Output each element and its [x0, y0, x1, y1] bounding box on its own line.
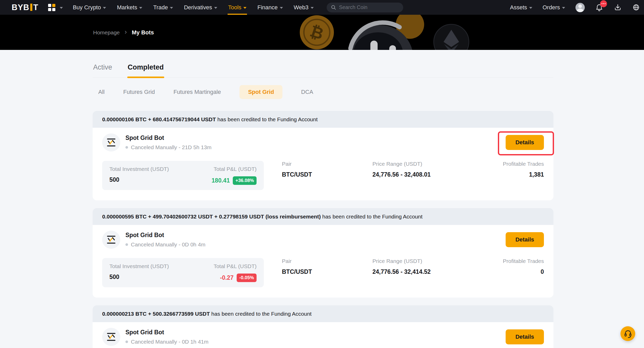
bot-type-filter[interactable]: DCA — [301, 89, 313, 95]
investment-value: 500 — [109, 274, 169, 281]
bot-type-filter-label: Futures Grid — [123, 89, 155, 95]
bot-header-row: Spot Grid Bot Canceled Manually - 21D 5h… — [93, 128, 553, 152]
credit-banner-amount: 0.000000595 BTC + 499.70402600732 USDT +… — [102, 214, 321, 220]
pair-label: Pair — [282, 258, 372, 264]
nav-menu-item[interactable]: Web3 — [293, 0, 314, 15]
credit-banner-text: has been credited to the Funding Account — [210, 311, 311, 317]
chevron-right-icon: › — [125, 28, 127, 36]
credit-banner: 0.000000595 BTC + 499.70402600732 USDT +… — [93, 208, 553, 225]
nav-dropdown-label: Assets — [510, 4, 527, 11]
breadcrumb-current: My Bots — [132, 29, 154, 36]
bot-stats-row: Total Investment (USDT) 500 Total P&L (U… — [93, 152, 553, 200]
bot-stats-row — [93, 346, 553, 348]
search-box[interactable] — [327, 3, 403, 12]
bot-type-filter-label: Spot Grid — [248, 89, 274, 95]
bot-status-text: Canceled Manually - 0D 0h 4m — [131, 241, 205, 248]
credit-banner-text: has been credited to the Funding Account — [321, 214, 422, 220]
logo-text-post: T — [33, 3, 38, 12]
headset-icon — [624, 329, 632, 338]
status-tab[interactable]: Completed — [127, 63, 164, 77]
nav-menu-item[interactable]: Derivatives — [183, 0, 218, 15]
price-range-label: Price Range (USDT) — [372, 161, 431, 167]
notifications-button[interactable] — [595, 3, 603, 12]
bot-header-row: Spot Grid Bot Canceled Manually - 0D 0h … — [93, 225, 553, 249]
nav-dropdown-label: Orders — [543, 4, 560, 11]
nav-menu-item-label: Derivatives — [184, 4, 212, 11]
grid-bot-chart-icon — [102, 133, 120, 152]
hero-robot-graphic: ₿ — [259, 15, 486, 50]
nav-menu: Buy Crypto Markets Trade Derivatives — [72, 0, 324, 15]
bot-stats-row: Total Investment (USDT) 500 Total P&L (U… — [93, 249, 553, 298]
profitable-trades-value: 0 — [431, 268, 544, 275]
bot-type-filter[interactable]: Futures Martingale — [174, 89, 221, 95]
nav-dropdown-menu[interactable]: Orders — [543, 4, 565, 11]
breadcrumb-homepage-link[interactable]: Homepage — [93, 29, 120, 35]
notification-badge — [600, 0, 607, 7]
bot-name: Spot Grid Bot — [125, 329, 208, 336]
bot-status: Canceled Manually - 21D 5h 13m — [125, 144, 212, 150]
chevron-down-icon — [562, 7, 565, 9]
nav-menu-item[interactable]: Trade — [153, 0, 174, 15]
bot-type-filter-label: All — [98, 89, 104, 95]
investment-value: 500 — [109, 176, 169, 183]
nav-menu-item[interactable]: Markets — [116, 0, 143, 15]
profitable-trades-label: Profitable Trades — [431, 161, 544, 167]
investment-label: Total Investment (USDT) — [109, 263, 169, 269]
credit-banner-amount: 0.000000106 BTC + 680.414756719044 USDT — [102, 116, 216, 123]
chevron-down-icon — [139, 7, 142, 9]
bot-type-filter[interactable]: Futures Grid — [123, 89, 155, 95]
details-button[interactable]: Details — [506, 135, 544, 150]
nav-menu-item[interactable]: Finance — [257, 0, 283, 15]
details-button[interactable]: Details — [506, 329, 544, 344]
investment-label: Total Investment (USDT) — [109, 166, 169, 172]
search-input[interactable] — [339, 4, 399, 10]
bybit-logo[interactable]: BYBT — [12, 3, 38, 12]
details-button[interactable]: Details — [506, 232, 544, 247]
pnl-value: -0.27 — [220, 274, 234, 281]
pnl-percent-badge: -0.05% — [237, 274, 257, 282]
user-avatar[interactable] — [575, 3, 585, 12]
nav-menu-item-label: Tools — [228, 4, 241, 11]
status-tab[interactable]: Active — [93, 63, 113, 77]
price-range-label: Price Range (USDT) — [372, 258, 431, 264]
bot-type-filters: All Futures Grid Futures Martingale Spot… — [98, 85, 553, 99]
hero-banner: ₿ Homepage › — [0, 15, 644, 50]
nav-menu-item[interactable]: Tools — [228, 0, 247, 15]
chevron-down-icon — [60, 7, 63, 9]
price-range-value: 24,776.56 - 32,408.01 — [372, 171, 431, 178]
pnl-value: 180.41 — [212, 177, 230, 184]
nav-menu-item-label: Finance — [257, 4, 278, 11]
profitable-trades-value: 1,381 — [431, 171, 544, 178]
pnl-label: Total P&L (USDT) — [214, 263, 257, 269]
bot-name: Spot Grid Bot — [125, 232, 205, 239]
status-tabs: Active Completed — [93, 63, 553, 78]
bot-status-text: Canceled Manually - 0D 1h 41m — [131, 339, 208, 345]
credit-banner: 0.000000106 BTC + 680.414756719044 USDT … — [93, 111, 553, 128]
pnl-percent-badge: +36.08% — [233, 176, 257, 185]
main-content: Active Completed All Futures Grid — [0, 50, 644, 348]
support-button[interactable] — [620, 326, 635, 341]
credit-banner-amount: 0.000000213 BTC + 500.3266773599 USDT — [102, 311, 210, 317]
grid-icon — [48, 4, 55, 11]
chevron-down-icon — [103, 7, 106, 9]
credit-banner: 0.000000213 BTC + 500.3266773599 USDT ha… — [93, 305, 553, 322]
chevron-down-icon — [243, 7, 246, 9]
price-range-value: 24,776.56 - 32,414.52 — [372, 268, 431, 275]
downloads-button[interactable] — [614, 3, 622, 11]
bot-status-text: Canceled Manually - 21D 5h 13m — [131, 144, 212, 150]
nav-menu-item[interactable]: Buy Crypto — [72, 0, 107, 15]
bot-card: 0.000000106 BTC + 680.414756719044 USDT … — [93, 111, 553, 200]
bot-header-row: Spot Grid Bot Canceled Manually - 0D 1h … — [93, 322, 553, 346]
status-dot — [125, 243, 128, 246]
chevron-down-icon — [214, 7, 217, 9]
top-nav-bar: BYBT Buy Crypto Markets Tra — [0, 0, 644, 15]
bot-type-filter[interactable]: Spot Grid — [239, 85, 282, 99]
chevron-down-icon — [280, 7, 283, 9]
profitable-trades-label: Profitable Trades — [431, 258, 544, 264]
language-button[interactable] — [632, 3, 640, 11]
bot-type-filter[interactable]: All — [98, 89, 104, 95]
pair-label: Pair — [282, 161, 372, 167]
bot-type-filter-label: DCA — [301, 89, 313, 95]
nav-dropdown-menu[interactable]: Assets — [510, 4, 532, 11]
apps-menu-button[interactable] — [48, 4, 63, 11]
